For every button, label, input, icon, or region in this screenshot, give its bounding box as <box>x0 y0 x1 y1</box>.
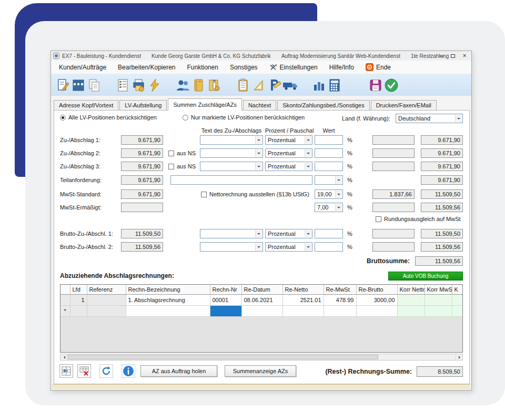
cell-datum-new[interactable] <box>241 305 282 316</box>
tab-nachtext[interactable]: Nachtext <box>243 100 276 111</box>
zuabschlag1-mode-combobox[interactable]: Prozentual <box>265 135 312 145</box>
users-icon[interactable] <box>175 77 191 93</box>
cell-referenz-new[interactable] <box>87 305 126 316</box>
book-icon[interactable] <box>191 77 207 93</box>
copy-icon[interactable] <box>87 77 103 93</box>
clipboard-icon[interactable] <box>235 77 251 93</box>
scroll-right-arrow[interactable] <box>456 354 462 360</box>
radio-marked-lv-positions[interactable]: Nur markierte LV-Positionen berücksichti… <box>183 114 305 121</box>
cell-referenz[interactable] <box>87 294 126 305</box>
close-button[interactable]: × <box>459 51 470 61</box>
cell-bezeichnung-new[interactable] <box>126 305 210 316</box>
scrollbar-thumb[interactable] <box>68 355 378 359</box>
check-icon[interactable] <box>383 77 399 93</box>
tab-summen-zuschlaege-azs[interactable]: Summen Zuschläge/AZs <box>168 98 241 111</box>
zuabschlag1-label: Zu-/Abschlag 1: <box>60 137 100 143</box>
rundungsausgleich-checkbox[interactable]: Rundungsausgleich auf MwSt <box>376 216 461 222</box>
printer-icon[interactable] <box>131 77 147 93</box>
tower-checklist-icon[interactable] <box>207 77 223 93</box>
cell-korr-mwst-new[interactable] <box>425 305 452 316</box>
insert-rows-button[interactable] <box>59 364 73 378</box>
table-hscrollbar[interactable] <box>60 354 463 361</box>
parking-ruler-icon[interactable] <box>267 77 282 93</box>
menu-bearbeiten-kopieren[interactable]: Bearbeiten/Kopieren <box>112 62 181 73</box>
tab-drucken-faxen-email[interactable]: Drucken/Faxen/EMail <box>371 100 437 111</box>
zuabschlag1-wert-input[interactable] <box>315 135 343 145</box>
tab-skonto-zahlungsbed-sonstiges[interactable]: Skonto/Zahlungsbed./Sonstiges <box>277 100 369 111</box>
brutto2-wert-input[interactable] <box>315 242 343 252</box>
maximize-button[interactable] <box>447 51 459 61</box>
brutto2-mode-combobox[interactable]: Prozentual <box>265 242 312 252</box>
info-button[interactable] <box>122 364 135 378</box>
lightning-icon[interactable] <box>147 77 163 93</box>
zuabschlag3-wert-input[interactable] <box>315 162 343 171</box>
menu-hilfe-info[interactable]: Hilfe/Info <box>324 62 360 73</box>
brutto1-text-combobox[interactable] <box>200 229 263 238</box>
cell-korr-netto[interactable] <box>397 294 425 305</box>
binders-icon[interactable] <box>71 77 87 93</box>
set-square-icon[interactable] <box>251 77 267 93</box>
auto-vob-button[interactable]: Auto VOB Buchung <box>388 272 463 281</box>
cell-netto-new[interactable] <box>282 305 324 316</box>
row-selector[interactable] <box>60 294 70 305</box>
cell-korr-brutto-cut[interactable] <box>452 294 463 305</box>
zuabschlag2-mode-combobox[interactable]: Prozentual <box>265 148 312 158</box>
radio-all-lv-positions[interactable]: Alle LV-Positionen berücksichtigen <box>60 114 157 121</box>
cell-brutto-new[interactable] <box>356 305 397 316</box>
new-row-selector[interactable]: * <box>60 305 70 316</box>
zuabschlag2-aus-ns-checkbox[interactable]: aus NS <box>168 150 196 156</box>
mwst-standard-rate-combobox[interactable]: 19,00 <box>315 189 343 199</box>
brutto1-wert-input[interactable] <box>315 229 343 238</box>
cell-lfd-new[interactable] <box>70 305 87 316</box>
cell-mwst-new[interactable] <box>324 305 356 316</box>
land-combobox[interactable]: Deutschland <box>396 114 463 123</box>
cell-lfd[interactable]: 1 <box>70 294 87 305</box>
cell-mwst[interactable]: 478.99 <box>324 294 356 305</box>
zuabschlag1-text-combobox[interactable] <box>200 135 263 145</box>
col-korr-mwst: Korr MwSt <box>425 285 452 294</box>
cell-brutto[interactable]: 3000,00 <box>356 294 397 305</box>
menu-kunden-auftraege[interactable]: Kunden/Aufträge <box>53 62 112 73</box>
document-edit-icon[interactable] <box>55 77 71 93</box>
cell-korr-mwst[interactable] <box>425 294 452 305</box>
teilanforderung-text-input[interactable] <box>170 175 312 185</box>
brutto2-text-combobox[interactable] <box>200 242 263 252</box>
scroll-left-arrow[interactable] <box>60 354 67 360</box>
zuabschlag2-wert-input[interactable] <box>315 148 343 158</box>
percent-sign: % <box>347 177 352 183</box>
menu-funktionen[interactable]: Funktionen <box>181 62 224 73</box>
menu-sonstiges[interactable]: Sonstiges <box>224 62 264 73</box>
brutto1-mode-combobox[interactable]: Prozentual <box>265 229 312 238</box>
delete-row-button[interactable] <box>77 364 91 378</box>
zuabschlag3-text-combobox[interactable] <box>200 162 263 171</box>
refresh-button[interactable] <box>99 364 113 378</box>
menu-einstellungen[interactable]: Einstellungen <box>264 62 324 73</box>
form-icon[interactable] <box>115 77 131 93</box>
nettorechnung-checkbox[interactable]: Nettorechnung ausstellen (§13b UStG) <box>201 191 309 197</box>
calculator-icon[interactable] <box>327 77 342 93</box>
zuabschlag3-mode-combobox[interactable]: Prozentual <box>265 162 312 171</box>
save-icon[interactable] <box>368 77 383 93</box>
cell-bezeichnung[interactable]: 1. Abschlagsrechnung <box>126 294 210 305</box>
bar-chart-icon[interactable] <box>311 77 327 93</box>
cell-nr[interactable]: 00001 <box>210 294 241 305</box>
tab-adresse-kopf-vortext[interactable]: Adresse Kopf/Vortext <box>54 100 118 111</box>
selected-cell[interactable] <box>210 305 241 316</box>
mwst-ermaessigt-rate-combobox[interactable]: 7,00 <box>315 203 343 212</box>
mwst-ermaessigt-mid <box>372 203 415 212</box>
chevron-down-icon <box>305 163 311 170</box>
menu-ende[interactable]: Ende <box>360 61 397 73</box>
cell-korr-brutto-new[interactable] <box>452 305 463 316</box>
truck-icon[interactable] <box>282 77 298 93</box>
az-aus-auftrag-holen-button[interactable]: AZ aus Auftrag holen <box>140 365 217 377</box>
minimize-button[interactable] <box>436 51 447 61</box>
zuabschlag3-aus-ns-checkbox[interactable]: aus NS <box>168 163 196 169</box>
tab-lv-aufstellung[interactable]: LV-Aufstellung <box>119 100 167 111</box>
cell-netto[interactable]: 2521.01 <box>282 294 324 305</box>
cell-datum[interactable]: 08.06.2021 <box>241 294 282 305</box>
zuabschlag2-text-combobox[interactable] <box>200 148 263 158</box>
percent-sign: % <box>347 150 352 156</box>
brutto1-result: 11.509,50 <box>421 229 463 238</box>
teilanforderung-rate-combobox[interactable] <box>315 175 343 185</box>
cell-korr-netto-new[interactable] <box>397 305 425 316</box>
